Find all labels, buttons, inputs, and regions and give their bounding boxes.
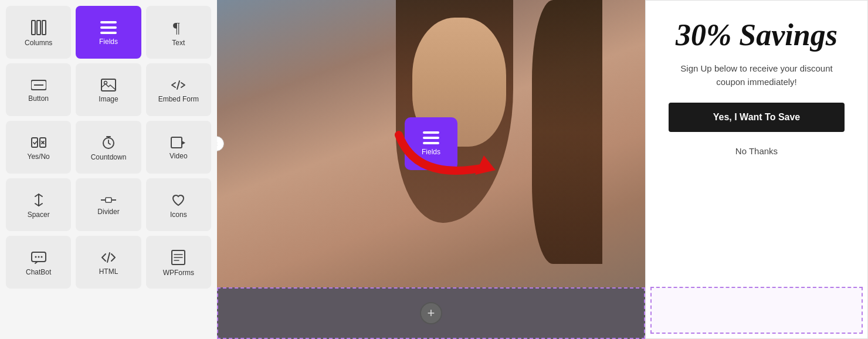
yesno-icon xyxy=(31,136,46,149)
svg-point-21 xyxy=(38,256,39,258)
widget-label-video: Video xyxy=(169,152,187,160)
video-icon xyxy=(171,137,186,148)
svg-line-11 xyxy=(177,81,179,89)
widget-label-divider: Divider xyxy=(97,208,119,216)
widget-label-text: Text xyxy=(172,39,185,47)
widget-item-html[interactable]: HTML xyxy=(76,236,141,289)
svg-rect-1 xyxy=(37,21,40,35)
svg-rect-5 xyxy=(100,32,117,34)
chevron-left-icon: ‹ xyxy=(217,140,218,147)
widget-label-chatbot: ChatBot xyxy=(26,268,51,276)
svg-rect-12 xyxy=(32,138,38,147)
image-icon xyxy=(101,79,116,91)
divider-icon xyxy=(101,196,116,204)
model-photo: Fields ‹ xyxy=(217,0,645,287)
widget-item-chatbot[interactable]: ChatBot xyxy=(6,236,71,289)
text-icon: ¶ xyxy=(172,20,185,35)
widget-label-spacer: Spacer xyxy=(28,211,50,219)
widget-label-button: Button xyxy=(28,94,49,103)
svg-rect-4 xyxy=(100,26,117,29)
popup-panel: 30% Savings Sign Up below to receive you… xyxy=(645,0,868,339)
svg-rect-0 xyxy=(32,21,35,35)
widget-item-text[interactable]: ¶Text xyxy=(146,6,211,59)
widget-label-countdown: Countdown xyxy=(91,153,127,161)
svg-rect-18 xyxy=(106,198,111,202)
svg-rect-2 xyxy=(42,21,46,35)
widget-item-countdown[interactable]: Countdown xyxy=(76,121,141,174)
svg-rect-3 xyxy=(100,21,117,23)
svg-text:¶: ¶ xyxy=(173,20,180,35)
spacer-icon xyxy=(32,193,46,207)
widget-item-fields[interactable]: Fields xyxy=(76,6,141,59)
drag-arrow xyxy=(393,123,510,194)
widget-label-icons: Icons xyxy=(170,211,187,219)
widget-label-columns: Columns xyxy=(25,39,52,47)
svg-line-23 xyxy=(107,253,110,262)
svg-rect-15 xyxy=(171,137,182,148)
popup-subtext: Sign Up below to receive your discount c… xyxy=(674,62,839,89)
canvas-inner: Fields ‹ + xyxy=(217,0,645,339)
widget-label-wpforms: WPForms xyxy=(163,269,194,277)
html-icon xyxy=(101,251,116,264)
wpforms-icon xyxy=(171,250,185,265)
icons-icon xyxy=(171,193,185,207)
embed-form-icon xyxy=(171,79,186,91)
svg-point-20 xyxy=(35,256,36,258)
button-icon xyxy=(31,79,46,91)
fields-icon xyxy=(100,21,117,34)
widget-label-image: Image xyxy=(99,95,118,103)
widget-label-fields: Fields xyxy=(99,38,118,46)
chatbot-icon xyxy=(31,250,46,265)
add-button[interactable]: + xyxy=(420,302,442,324)
no-thanks-button[interactable]: No Thanks xyxy=(731,141,782,161)
plus-icon: + xyxy=(428,306,435,321)
widget-item-divider[interactable]: Divider xyxy=(76,178,141,231)
columns-icon xyxy=(31,20,46,35)
widget-item-spacer[interactable]: Spacer xyxy=(6,178,71,231)
widget-item-video[interactable]: Video xyxy=(146,121,211,174)
widget-item-yesno[interactable]: Yes/No xyxy=(6,121,71,174)
popup-heading: 30% Savings xyxy=(676,18,838,52)
popup-bottom-dashed-area xyxy=(650,287,863,334)
widget-item-columns[interactable]: Columns xyxy=(6,6,71,59)
widget-label-html: HTML xyxy=(99,267,118,276)
widget-label-yesno: Yes/No xyxy=(28,152,50,161)
widget-panel: ColumnsFields¶TextButtonImageEmbed FormY… xyxy=(0,0,217,339)
widget-item-icons[interactable]: Icons xyxy=(146,178,211,231)
widget-item-embed-form[interactable]: Embed Form xyxy=(146,63,211,116)
widget-label-embed-form: Embed Form xyxy=(158,95,199,103)
widget-item-button[interactable]: Button xyxy=(6,63,71,116)
canvas-area: Fields ‹ + xyxy=(217,0,645,339)
add-row[interactable]: + xyxy=(217,287,645,339)
countdown-icon xyxy=(101,135,116,150)
widget-item-image[interactable]: Image xyxy=(76,63,141,116)
popup-content-area: 30% Savings Sign Up below to receive you… xyxy=(646,1,867,287)
popup-preview: Fields ‹ xyxy=(217,0,645,287)
yes-save-button[interactable]: Yes, I Want To Save xyxy=(669,103,845,132)
widget-item-wpforms[interactable]: WPForms xyxy=(146,236,211,289)
svg-point-22 xyxy=(40,256,42,258)
